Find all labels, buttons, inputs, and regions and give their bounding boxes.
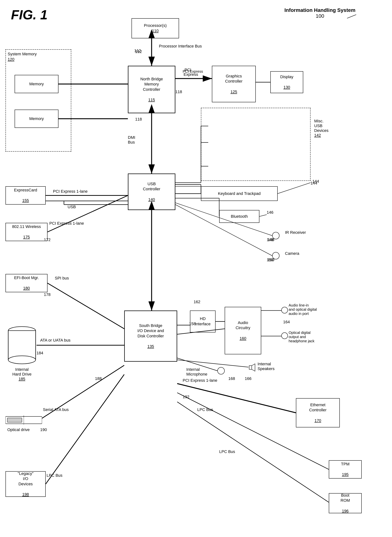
audio-line-in-label: Audio line-inand optical digitalaudio in… <box>289 303 343 316</box>
fig-title: FIG. 1 <box>11 7 47 22</box>
svg-line-41 <box>278 183 311 194</box>
svg-text:190: 190 <box>40 427 47 432</box>
speaker-icon <box>248 364 257 372</box>
internal-mic-icon <box>217 367 225 374</box>
pci-express-label: PCI Express <box>183 69 203 74</box>
svg-marker-9 <box>252 364 255 371</box>
svg-line-62 <box>42 365 124 418</box>
svg-line-56 <box>47 283 124 329</box>
svg-line-43 <box>259 215 267 216</box>
ethernet-box: EthernetController 170 <box>296 398 340 427</box>
internal-hd-label: InternalHard Drive185 <box>5 367 38 381</box>
svg-text:192: 192 <box>183 395 189 399</box>
svg-text:LPC Bus: LPC Bus <box>219 449 235 454</box>
boot-rom-box: BootROM 196 <box>329 493 362 513</box>
hd-interface-box: HDInterface <box>190 311 215 332</box>
system-memory-box: System Memory 120 <box>5 49 71 152</box>
svg-text:DMI: DMI <box>128 135 135 140</box>
svg-text:188: 188 <box>95 376 102 381</box>
misc-usb-label: Misc.USBDevices142 <box>314 119 328 138</box>
usb-controller-box: USBController 140 <box>128 173 175 210</box>
svg-line-76 <box>177 360 248 367</box>
optical-out-label: Optical digitaloutput andheadphone jack <box>289 331 343 343</box>
svg-text:USB: USB <box>68 205 76 209</box>
svg-text:178: 178 <box>44 292 51 297</box>
memory2-box: Memory <box>15 110 58 128</box>
svg-text:118: 118 <box>135 117 142 121</box>
svg-text:PCI Express 1-lane: PCI Express 1-lane <box>183 378 217 383</box>
internal-hd-cylinder <box>7 325 37 365</box>
north-bridge-box: North BridgeMemoryController 115 <box>128 66 175 113</box>
optical-drive-label: Optical drive <box>7 427 30 432</box>
n144-label: 144 <box>311 181 317 186</box>
svg-text:SPI bus: SPI bus <box>55 276 69 280</box>
internal-mic-label: InternalMicrophone <box>186 367 215 377</box>
tpm-box: TPM 195 <box>329 460 362 479</box>
svg-rect-6 <box>7 418 22 422</box>
svg-text:Processor Interface Bus: Processor Interface Bus <box>159 44 202 48</box>
optical-out-icon <box>281 332 288 339</box>
bluetooth-box: Bluetooth <box>219 210 259 223</box>
svg-text:Bus: Bus <box>128 140 135 145</box>
svg-line-77 <box>177 383 296 413</box>
memory1-box: Memory <box>15 75 58 93</box>
display-box: Display 130 <box>270 71 303 93</box>
processor-box: Processor(s) 110 <box>131 18 179 38</box>
misc-usb-box <box>201 108 311 181</box>
svg-line-66 <box>46 374 124 484</box>
diagram-container: FIG. 1 Information Handling System 100 P… <box>0 0 392 537</box>
system-title: Information Handling System 100 <box>285 7 355 19</box>
n148-label: 148 <box>267 238 273 242</box>
n146-label: 146 <box>267 210 273 215</box>
svg-rect-1 <box>8 331 36 360</box>
n166-label: 166 <box>245 376 252 381</box>
optical-drive-icon <box>5 415 42 425</box>
n112-text: 112 <box>134 48 141 53</box>
n164-label: 164 <box>283 320 290 324</box>
svg-text:ATA or UATA bus: ATA or UATA bus <box>40 338 70 342</box>
svg-text:PCI Express 1-lane: PCI Express 1-lane <box>53 189 88 194</box>
n150-label: 150 <box>267 257 273 262</box>
audio-line-in-icon <box>281 307 288 313</box>
svg-text:PCI Express 1-lane: PCI Express 1-lane <box>49 221 84 226</box>
svg-point-2 <box>8 356 36 364</box>
audio-circuitry-box: AudioCircuitry 160 <box>225 307 261 354</box>
svg-text:Serial ATA bus: Serial ATA bus <box>43 407 69 412</box>
ir-receiver-label: IR Receiver <box>285 230 306 235</box>
svg-text:118: 118 <box>175 89 182 94</box>
internal-speakers-label: InternalSpeakers <box>257 362 275 371</box>
legacy-io-box: "Legacy"I/ODevices 198 <box>5 471 46 497</box>
wireless-box: 802.11 Wireless 175 <box>5 223 47 241</box>
n168-label: 168 <box>228 376 235 381</box>
efi-boot-box: EFI-Boot Mgr. 180 <box>5 274 47 292</box>
svg-line-52 <box>47 196 128 232</box>
svg-rect-8 <box>249 366 252 369</box>
svg-text:184: 184 <box>37 351 43 355</box>
svg-text:LPC Bus: LPC Bus <box>47 473 62 478</box>
expresscard-box: ExpressCard 155 <box>5 186 46 205</box>
south-bridge-box: South BridgeI/O Device andDisk Controlle… <box>124 311 177 362</box>
graphics-box: GraphicsController 125 <box>212 66 256 102</box>
keyboard-box: Keyboard and Trackpad <box>201 186 278 201</box>
svg-text:LPC Bus: LPC Bus <box>197 407 213 412</box>
svg-text:162: 162 <box>194 299 200 304</box>
camera-label: Camera <box>285 251 299 256</box>
